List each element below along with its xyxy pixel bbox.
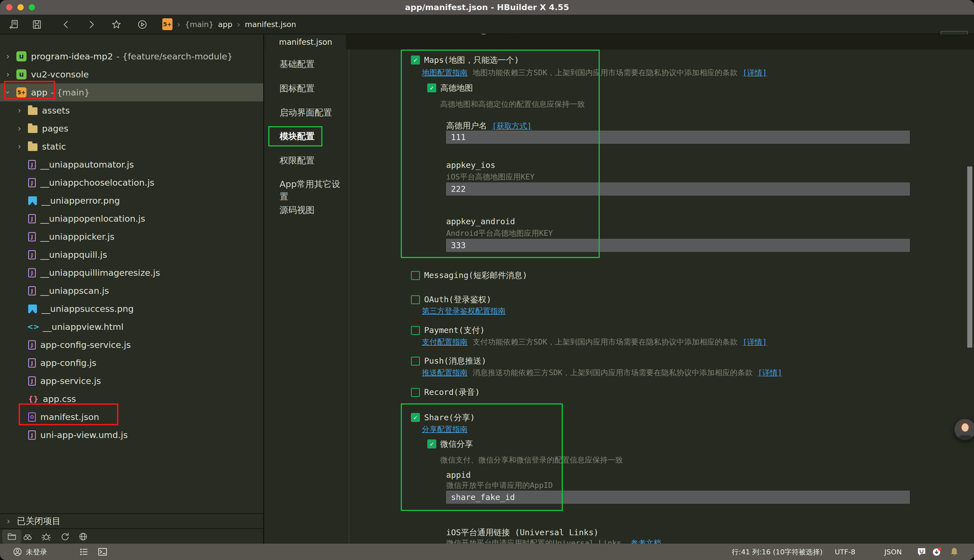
payment-checkbox[interactable]	[411, 326, 420, 335]
encoding-indicator[interactable]: UTF-8	[835, 544, 856, 560]
nav-item-basic-config[interactable]: 基础配置	[280, 58, 315, 70]
tree-item-folder[interactable]: pages	[0, 120, 263, 137]
language-mode-indicator[interactable]: JSON	[884, 544, 902, 560]
appkey-ios-label: appkey_ios	[446, 160, 495, 171]
tree-item-folder[interactable]: assets	[0, 102, 263, 120]
css-file-icon	[28, 395, 38, 403]
gaode-username-howto-link[interactable]: [获取方式]	[492, 120, 532, 132]
tree-item-file[interactable]: __uniappscan.js	[0, 282, 263, 300]
wechat-share-desc: 微信支付、微信分享和微信登录的配置信息应保持一致	[440, 455, 623, 465]
forward-icon[interactable]	[86, 19, 97, 30]
zoom-button[interactable]	[29, 4, 35, 10]
payment-guide-link[interactable]: 支付配置指南	[422, 337, 467, 347]
nav-item-permission-config[interactable]: 权限配置	[280, 154, 315, 167]
wechat-share-checkbox[interactable]	[427, 440, 436, 448]
tree-item-file[interactable]: app-config.js	[0, 354, 263, 372]
appkey-ios-input[interactable]	[446, 183, 910, 195]
notifications-button[interactable]	[949, 544, 959, 560]
maps-guide-link[interactable]: 地图配置指南	[422, 68, 467, 78]
push-checkbox[interactable]	[411, 357, 420, 366]
nav-item-module-config[interactable]: 模块配置	[280, 130, 315, 142]
appid-desc: 微信开放平台申请应用的AppID	[446, 480, 553, 490]
closed-projects-row[interactable]: 已关闭项目	[0, 513, 263, 528]
share-guide-link[interactable]: 分享配置指南	[422, 424, 467, 434]
payment-detail-link[interactable]: [详情]	[743, 337, 767, 347]
run-icon[interactable]	[137, 19, 148, 30]
tree-item-file[interactable]: app-service.js	[0, 372, 263, 390]
debug-bug-icon[interactable]	[41, 532, 51, 542]
breadcrumb-branch[interactable]: {main}	[185, 20, 213, 29]
push-guide-link[interactable]: 推送配置指南	[422, 368, 467, 378]
js-file-icon	[28, 232, 36, 242]
breadcrumb-project[interactable]: app	[218, 20, 232, 29]
tree-item-project[interactable]: vu2-vconsole	[0, 65, 263, 83]
new-file-icon[interactable]	[9, 19, 20, 30]
share-checkbox[interactable]	[411, 413, 420, 422]
scrollbar-thumb[interactable]	[967, 167, 972, 348]
js-file-icon	[28, 340, 36, 350]
save-icon[interactable]	[32, 19, 42, 30]
breadcrumb-file[interactable]: manifest.json	[245, 20, 296, 29]
cursor-position[interactable]: 行:41 列:16 (10字符被选择)	[732, 544, 823, 560]
sync-icon[interactable]	[60, 532, 70, 542]
universal-links-desc: 微信开放平台申请应用时配置的Universal Links，	[446, 538, 629, 544]
maps-detail-link[interactable]: [详情]	[743, 68, 767, 78]
search-binoculars-icon[interactable]	[23, 532, 33, 542]
tree-item-label: app	[31, 87, 47, 97]
gaode-map-desc: 高德地图和高德定位的配置信息应保持一致	[440, 99, 585, 109]
appid-input[interactable]	[446, 491, 910, 504]
feedback-bubble-icon	[917, 547, 927, 557]
tree-item-file[interactable]: __uniappview.html	[0, 318, 263, 336]
tree-item-label: program-idea-mp2	[31, 51, 113, 62]
tree-item-file[interactable]: __uniappsuccess.png	[0, 300, 263, 318]
web-cloud-icon[interactable]	[78, 532, 88, 542]
js-file-icon	[28, 214, 36, 223]
oauth-guide-link[interactable]: 第三方登录鉴权配置指南	[422, 306, 505, 316]
tree-item-file[interactable]: __uniapppicker.js	[0, 228, 263, 246]
nav-item-source-view[interactable]: 源码视图	[280, 204, 315, 216]
appkey-android-input[interactable]	[446, 239, 910, 252]
minimize-button[interactable]	[17, 4, 24, 10]
chevron-right-icon	[18, 106, 28, 115]
tree-item-file[interactable]: __uniappautomator.js	[0, 155, 263, 173]
js-file-icon	[28, 250, 36, 260]
tree-item-file[interactable]: __uniappopenlocation.js	[0, 210, 263, 228]
uniapp-project-icon	[16, 69, 27, 80]
tree-item-file-manifest[interactable]: manifest.json	[0, 408, 263, 426]
universal-links-doc-link[interactable]: 参考文档	[631, 538, 661, 544]
maps-checkbox[interactable]	[411, 55, 420, 65]
push-desc: 消息推送功能依赖三方SDK，上架到国内应用市场需要在隐私协议中添加相应的条款	[473, 368, 753, 378]
feedback-button[interactable]	[917, 544, 927, 560]
task-list-button[interactable]	[79, 544, 89, 560]
record-checkbox[interactable]	[411, 388, 420, 397]
oauth-checkbox[interactable]	[411, 295, 420, 304]
tree-item-file[interactable]: __uniappchooselocation.js	[0, 173, 263, 192]
tree-item-project-app[interactable]: app - {main}	[0, 83, 263, 102]
tree-item-file[interactable]: __uniapperror.png	[0, 192, 263, 210]
tree-item-file[interactable]: __uniappquillimageresize.js	[0, 264, 263, 282]
tree-item-file[interactable]: uni-app-view.umd.js	[0, 426, 263, 444]
update-button[interactable]	[932, 544, 942, 560]
push-detail-link[interactable]: [详情]	[758, 368, 782, 378]
back-icon[interactable]	[61, 19, 72, 30]
status-bar: 未登录 行:41 列:16 (10字符被选择) UTF-8 JSON	[0, 544, 974, 560]
messaging-checkbox[interactable]	[411, 271, 420, 280]
tree-item-file[interactable]: __uniappquill.js	[0, 246, 263, 264]
tree-item-project[interactable]: program-idea-mp2 - {feature/search-modul…	[0, 47, 263, 65]
oauth-guide-line: 第三方登录鉴权配置指南	[422, 306, 505, 316]
nav-item-app-other-settings[interactable]: App常用其它设置	[280, 178, 349, 190]
login-status[interactable]: 未登录	[12, 544, 47, 560]
assistant-avatar[interactable]	[954, 418, 974, 440]
tree-item-file[interactable]: app-config-service.js	[0, 336, 263, 354]
close-button[interactable]	[6, 4, 12, 10]
tab-manifest-json[interactable]: manifest.json	[265, 34, 346, 50]
gaode-username-input[interactable]	[446, 131, 910, 144]
5plus-app-icon	[16, 87, 27, 97]
tree-item-file[interactable]: app.css	[0, 390, 263, 408]
tree-item-folder[interactable]: static	[0, 137, 263, 155]
nav-item-icon-config[interactable]: 图标配置	[280, 82, 315, 94]
favorites-star-icon[interactable]	[111, 19, 122, 30]
nav-item-splash-config[interactable]: 启动界面配置	[280, 106, 332, 118]
gaode-map-checkbox[interactable]	[427, 83, 436, 92]
terminal-button[interactable]	[97, 544, 108, 560]
